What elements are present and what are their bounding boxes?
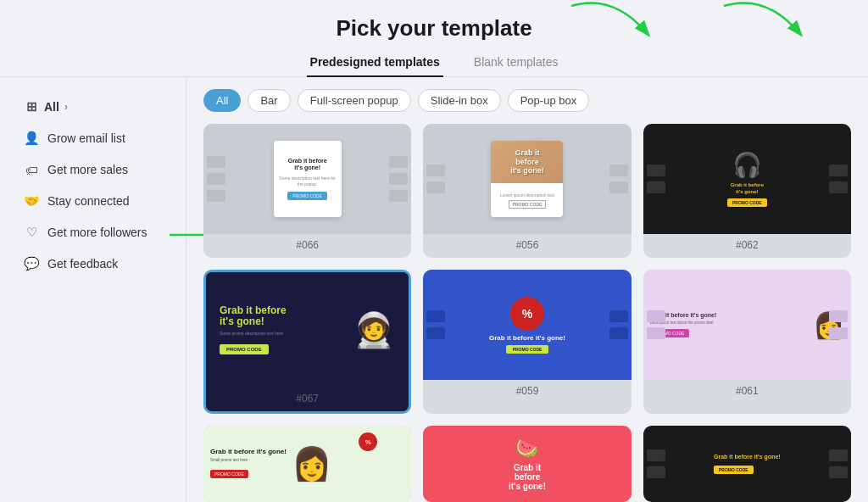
template-preview-066: Grab it beforeit's gone! Some descriptio… (203, 124, 411, 234)
sidebar-item-more-followers[interactable]: ♡ Get more followers (7, 217, 179, 248)
template-card-b2[interactable]: 🍉 Grab itbeforeit's gone! (423, 426, 631, 502)
tab-blank[interactable]: Blank templates (470, 48, 562, 77)
template-card-062[interactable]: 🎧 Grab it beforeit's gone! PROMO CODE #0… (643, 124, 851, 258)
filter-bar-chip[interactable]: Bar (248, 89, 290, 112)
template-label-061: #061 (643, 380, 851, 404)
template-preview-061: Grab it before it's gone! Description te… (643, 270, 851, 380)
watermelon-icon: 🍉 (515, 438, 538, 460)
content-area: All Bar Full-screen popup Slide-in box P… (186, 77, 868, 502)
template-card-067[interactable]: Grab it beforeit's gone! Some promo desc… (203, 270, 411, 414)
template-label-067: #067 (206, 388, 409, 411)
template-label-062: #062 (643, 234, 851, 258)
template-preview-b3: Grab it before it's gone! PROMO CODE (643, 426, 851, 502)
woman-icon: 👩 (292, 445, 331, 482)
arrow-annotation-2 (715, 2, 817, 44)
astronaut-icon: 🧑‍🚀 (353, 310, 395, 350)
sidebar-item-more-sales[interactable]: 🏷 Get more sales (7, 154, 179, 185)
filter-slidein[interactable]: Slide-in box (418, 89, 501, 112)
template-preview-067: Grab it beforeit's gone! Some promo desc… (206, 272, 409, 388)
tab-bar: Predesigned templates Blank templates (0, 48, 868, 77)
person-icon: 👤 (24, 131, 39, 146)
template-card-061[interactable]: Grab it before it's gone! Description te… (643, 270, 851, 414)
filter-fullscreen[interactable]: Full-screen popup (298, 89, 411, 112)
filter-popup[interactable]: Pop-up box (508, 89, 590, 112)
grid-icon: ⊞ (24, 99, 39, 114)
template-preview-b2: 🍉 Grab itbeforeit's gone! (423, 426, 631, 502)
template-label-056: #056 (423, 234, 631, 258)
card-right-deco (389, 156, 408, 202)
sidebar-item-feedback[interactable]: 💬 Get feedback (7, 248, 179, 279)
template-preview-059: % Grab it before it's gone! PROMO CODE (423, 270, 631, 380)
template-card-b1[interactable]: Grab it before it's gone! Small promo te… (203, 426, 411, 502)
sidebar: ⊞ All › 👤 Grow email list 🏷 Get more sal… (0, 77, 186, 502)
template-card-059[interactable]: % Grab it before it's gone! PROMO CODE #… (423, 270, 631, 414)
comment-icon: 💬 (24, 256, 39, 271)
sidebar-item-all[interactable]: ⊞ All › (7, 92, 179, 122)
tag-icon: 🏷 (24, 162, 39, 177)
sidebar-item-stay-connected[interactable]: 🤝 Stay connected (7, 186, 179, 216)
hand-icon: 🤝 (24, 193, 39, 209)
heart-icon: ♡ (24, 225, 39, 240)
filter-bar: All Bar Full-screen popup Slide-in box P… (203, 89, 851, 112)
card-left-deco (207, 156, 225, 202)
headphones-icon: 🎧 (732, 151, 762, 179)
chevron-icon: › (64, 101, 68, 113)
template-preview-056: Grab itbeforeit's gone! Lorem ipsum desc… (423, 124, 631, 234)
main-layout: ⊞ All › 👤 Grow email list 🏷 Get more sal… (0, 77, 868, 502)
template-grid: Grab it beforeit's gone! Some descriptio… (203, 124, 851, 502)
arrow-annotation-1 (563, 2, 665, 44)
sidebar-item-grow-email[interactable]: 👤 Grow email list (7, 123, 179, 153)
template-label-059: #059 (423, 380, 631, 404)
tab-predesigned[interactable]: Predesigned templates (307, 48, 443, 77)
template-label-066: #066 (203, 234, 411, 258)
template-card-066[interactable]: Grab it beforeit's gone! Some descriptio… (203, 124, 411, 258)
template-card-056[interactable]: Grab itbeforeit's gone! Lorem ipsum desc… (423, 124, 631, 258)
template-card-b3[interactable]: Grab it before it's gone! PROMO CODE (643, 426, 851, 502)
page-header: Pick your template (0, 0, 868, 48)
template-preview-062: 🎧 Grab it beforeit's gone! PROMO CODE (643, 124, 851, 234)
template-preview-b1: Grab it before it's gone! Small promo te… (203, 426, 411, 502)
filter-all[interactable]: All (203, 89, 241, 112)
